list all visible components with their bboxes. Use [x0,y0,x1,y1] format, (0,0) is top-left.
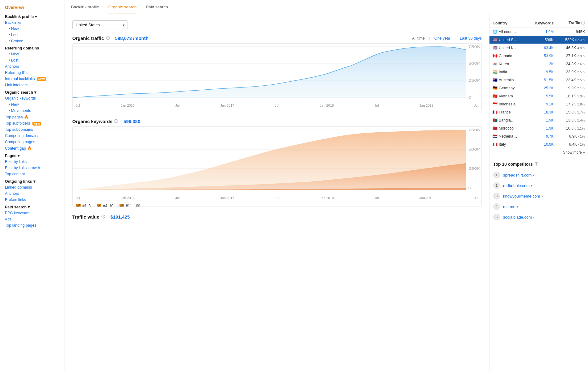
country-table-row[interactable]: 🇬🇧United K… 63.4K 46.3K 4.9% [489,44,588,52]
sidebar-overview[interactable]: Overview [0,4,65,12]
keywords-cell: 51.5K [527,76,556,84]
traffic-col-info[interactable]: ⓘ [581,21,585,25]
filter-last-30-days[interactable]: Last 30 days [460,36,482,41]
legend-checkbox-11-100[interactable] [120,204,124,207]
keywords-cell: 1.3K [527,60,556,68]
sidebar-link-competing-domains[interactable]: Competing domains [0,133,65,139]
sidebar-link-anchors[interactable]: Anchors [0,63,65,70]
country-table-row[interactable]: 🇮🇳India 19.5K 23.9K 2.5% [489,68,588,76]
svg-text:250K: 250K [468,167,481,170]
organic-traffic-info-icon[interactable]: ⓘ [106,36,110,41]
traffic-cell: 589K 62.3% [557,36,588,44]
traffic-value-amount: $191,425 [111,214,130,220]
country-table-row[interactable]: 🇺🇸United S… 596K 589K 62.3% [489,36,588,44]
sidebar-link-link-intersect[interactable]: Link intersect [0,82,65,88]
legend-item-11-100[interactable]: #11–100 [120,204,140,207]
competitor-rank: 1 [493,172,500,178]
country-table-row[interactable]: 🇮🇩Indonesia 9.1K 17.2K 1.8% [489,100,588,108]
competitor-item: 1 spreadshirt.com ▾ [489,170,588,180]
country-table-row[interactable]: 🇻🇳Vietnam 5.5K 18.1K 1.9% [489,92,588,100]
traffic-value-info-icon[interactable]: ⓘ [101,214,105,220]
country-cell: 🇬🇧United K… [489,44,527,52]
competitor-link[interactable]: redbubble.com ▾ [503,183,532,188]
sidebar-link-top-landing-pages[interactable]: Top landing pages [0,222,65,228]
sidebar-link-top-subdomains[interactable]: Top subdomains [0,126,65,133]
sidebar-link-broken-links[interactable]: Broken links [0,197,65,203]
country-table-row[interactable]: 🇦🇺Australia 51.5K 23.4K 2.5% [489,76,588,84]
country-table-row[interactable]: 🇩🇪Germany 25.2K 19.9K 2.1% [489,84,588,92]
competitor-rank: 4 [493,203,500,210]
sidebar-link-backlinks[interactable]: Backlinks [0,19,65,26]
competitor-link[interactable]: knowyourmeme.com ▾ [503,194,543,198]
country-cell: 🇲🇦Morocco [489,124,527,132]
show-more-countries[interactable]: Show more ▾ [489,148,588,156]
sidebar-link-best-by-links-growth[interactable]: Best by links' growth [0,165,65,171]
sidebar-link-referring-ips[interactable]: Referring IPs [0,70,65,76]
sidebar-link-internal-backlinks[interactable]: Internal backlinks NEW [0,76,65,82]
sidebar-link-lost-referring[interactable]: Lost [0,57,65,63]
traffic-value-header: Traffic value ⓘ $191,425 [72,214,482,220]
sidebar-link-top-content[interactable]: Top content [0,171,65,177]
organic-keywords-info-icon[interactable]: ⓘ [114,119,118,124]
sidebar-link-new-backlinks[interactable]: New [0,26,65,32]
country-cell: 🇩🇪Germany [489,84,527,92]
competitors-info-icon[interactable]: ⓘ [535,161,538,167]
sidebar-link-new-referring[interactable]: New [0,51,65,57]
country-select[interactable]: All countries United States United Kingd… [72,20,128,29]
competitor-link[interactable]: spreadshirt.com ▾ [503,173,534,177]
traffic-cell: 6.4K <1% [557,140,588,148]
country-cell: 🇮🇩Indonesia [489,100,527,108]
sidebar-link-linked-domains[interactable]: Linked domains [0,184,65,190]
sidebar-link-ppc-keywords[interactable]: PPC keywords [0,210,65,216]
sidebar-section-organic[interactable]: Organic search ▾ [0,88,65,95]
sidebar-section-pages[interactable]: Pages ▾ [0,151,65,159]
sidebar-link-competing-pages[interactable]: Competing pages [0,139,65,145]
sidebar-section-paid[interactable]: Paid search ▾ [0,203,65,210]
organic-traffic-title: Organic traffic ⓘ [72,36,110,41]
competitor-rank: 2 [493,182,500,189]
tab-backlink-profile[interactable]: Backlink profile [71,0,99,14]
sidebar-link-movements[interactable]: Movements [0,108,65,114]
sidebar-link-top-subfolders[interactable]: Top subfolders NEW [0,120,65,126]
keywords-cell: 25.2K [527,84,556,92]
competitor-item: 5 socialblade.com ▾ [489,212,588,222]
tab-paid-search[interactable]: Paid search [146,0,168,14]
country-table-row[interactable]: 🇫🇷France 18.3K 15.8K 1.7% [489,108,588,116]
country-table-row[interactable]: 🇮🇹Italy 10.9K 6.4K <1% [489,140,588,148]
tab-organic-search[interactable]: Organic search [108,0,137,14]
sidebar-link-best-by-links[interactable]: Best by links [0,159,65,165]
keywords-cell: 9.1K [527,100,556,108]
country-table-row[interactable]: 🇳🇱Netherla… 9.7K 6.9K <1% [489,132,588,140]
country-select-wrap: All countries United States United Kingd… [72,20,482,29]
filter-one-year[interactable]: One year [434,36,450,41]
legend-checkbox-1-3[interactable] [76,204,81,207]
keywords-cell: 1.9K [527,124,556,132]
country-table-row[interactable]: 🇲🇦Morocco 1.9K 10.8K 1.1% [489,124,588,132]
sidebar-section-outgoing[interactable]: Outgoing links ▾ [0,177,65,184]
filter-all-time[interactable]: All time [412,36,425,41]
competitor-link[interactable]: me.me ▾ [503,204,518,209]
sidebar-link-lost-backlinks[interactable]: Lost [0,32,65,38]
sidebar-link-organic-keywords[interactable]: Organic keywords [0,95,65,101]
sidebar-link-anchors-outgoing[interactable]: Anchors [0,190,65,197]
legend-item-1-3[interactable]: #1–3 [76,204,91,207]
country-table-row[interactable]: 🇧🇩Bangla… 1.9K 13.3K 1.4% [489,116,588,124]
competitor-link[interactable]: socialblade.com ▾ [503,215,535,220]
sidebar-link-content-gap[interactable]: Content gap 🔥 [0,145,65,151]
sidebar-link-ads[interactable]: Ads [0,216,65,222]
traffic-cell: 15.8K 1.7% [557,108,588,116]
traffic-cell: 13.3K 1.4% [557,116,588,124]
country-table-row[interactable]: 🇰🇷Korea 1.3K 24.3K 2.6% [489,60,588,68]
legend-checkbox-4-10[interactable] [97,204,101,207]
sidebar-link-new-organic[interactable]: New [0,101,65,108]
sidebar-section-backlink[interactable]: Backlink profile ▾ [0,12,65,19]
sidebar-link-broken-backlinks[interactable]: Broken [0,38,65,44]
country-table-row[interactable]: 🌐All count… 1.0M 945K [489,28,588,36]
sidebar-section-referring-domains[interactable]: Referring domains [0,44,65,51]
competitor-item: 2 redbubble.com ▾ [489,180,588,191]
sidebar-link-top-pages[interactable]: Top pages 🔥 [0,114,65,120]
competitor-rank: 5 [493,214,500,220]
legend-item-4-10[interactable]: #4–10 [97,204,113,207]
country-table-row[interactable]: 🇨🇦Canada 53.9K 27.1K 2.9% [489,52,588,60]
traffic-cell: 945K [557,28,588,36]
